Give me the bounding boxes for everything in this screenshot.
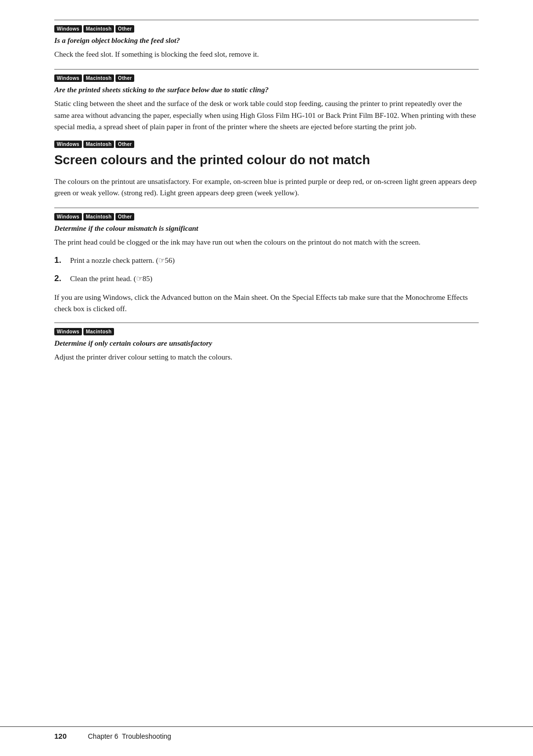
section3-heading: Screen colours and the printed colour do…: [54, 152, 479, 168]
badge-row-4: Windows Macintosh Other: [54, 213, 479, 220]
badge-macintosh-4: Macintosh: [83, 213, 114, 220]
section2-title: Are the printed sheets sticking to the s…: [54, 86, 479, 94]
badge-row-2: Windows Macintosh Other: [54, 74, 479, 82]
step-2-text: Clean the print head. (☞85): [70, 273, 152, 285]
badge-windows-2: Windows: [54, 74, 82, 82]
badge-macintosh-3: Macintosh: [83, 141, 114, 148]
step-2: 2. Clean the print head. (☞85): [54, 272, 479, 285]
section2-body: Static cling between the sheet and the s…: [54, 98, 479, 133]
section1-body: Check the feed slot. If something is blo…: [54, 49, 479, 60]
footer-chapter: Chapter 6 Troubleshooting: [88, 732, 171, 740]
badge-row-5: Windows Macintosh: [54, 328, 479, 335]
badge-other-2: Other: [115, 74, 134, 82]
section5-title: Determine if only certain colours are un…: [54, 339, 479, 348]
badge-windows-1: Windows: [54, 25, 82, 33]
badge-macintosh-5: Macintosh: [83, 328, 114, 335]
section-screen-colours: Windows Macintosh Other Screen colours a…: [54, 141, 479, 199]
step-2-num: 2.: [54, 272, 68, 285]
section-certain-colours: Windows Macintosh Determine if only cert…: [54, 323, 479, 363]
badge-other-1: Other: [115, 25, 134, 33]
section1-title: Is a foreign object blocking the feed sl…: [54, 36, 479, 45]
footer-section-label: Troubleshooting: [122, 732, 171, 740]
section4-note: If you are using Windows, click the Adva…: [54, 292, 479, 315]
badge-row-3: Windows Macintosh Other: [54, 141, 479, 148]
page: Windows Macintosh Other Is a foreign obj…: [0, 0, 533, 756]
badge-macintosh-2: Macintosh: [83, 74, 114, 82]
section4-body: The print head could be clogged or the i…: [54, 237, 479, 248]
badge-windows-3: Windows: [54, 141, 82, 148]
badge-other-3: Other: [115, 141, 134, 148]
steps-list: 1. Print a nozzle check pattern. (☞56) 2…: [54, 254, 479, 285]
step-1: 1. Print a nozzle check pattern. (☞56): [54, 254, 479, 267]
section-colour-mismatch: Windows Macintosh Other Determine if the…: [54, 208, 479, 315]
step-1-text: Print a nozzle check pattern. (☞56): [70, 255, 175, 266]
section3-intro: The colours on the printout are unsatisf…: [54, 176, 479, 199]
badge-windows-5: Windows: [54, 328, 82, 335]
section-static-cling: Windows Macintosh Other Are the printed …: [54, 69, 479, 133]
badge-other-4: Other: [115, 213, 134, 220]
badge-macintosh-1: Macintosh: [83, 25, 114, 33]
footer: 120 Chapter 6 Troubleshooting: [0, 726, 533, 740]
section5-body: Adjust the printer driver colour setting…: [54, 352, 479, 363]
step-1-num: 1.: [54, 254, 68, 267]
section4-title: Determine if the colour mismatch is sign…: [54, 224, 479, 233]
badge-row-1: Windows Macintosh Other: [54, 25, 479, 33]
footer-page-number: 120: [54, 732, 84, 740]
badge-windows-4: Windows: [54, 213, 82, 220]
section-foreign-object: Windows Macintosh Other Is a foreign obj…: [54, 20, 479, 60]
footer-chapter-label: Chapter 6: [88, 732, 118, 740]
